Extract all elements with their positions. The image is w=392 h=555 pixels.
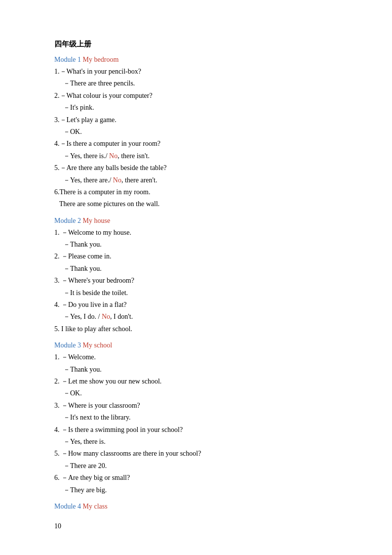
- no-word: No: [109, 152, 118, 160]
- module-1-item-1: 1.－What's in your pencil-box? －There are…: [54, 66, 343, 89]
- m2-item-2-question: 2. －Please come in.: [54, 251, 343, 262]
- module-3-item-6: 6. －Are they big or small? －They are big…: [54, 472, 343, 496]
- module-3-label: Module 3: [54, 342, 81, 349]
- m3-item-1-answer: －Thank you.: [54, 364, 343, 375]
- module-2-topic: My house: [81, 217, 110, 224]
- m3-item-5-question: 5. －How many classrooms are there in you…: [54, 448, 343, 459]
- page-number: 10: [54, 522, 61, 530]
- m2-item-3-question: 3. －Where's your bedroom?: [54, 275, 343, 286]
- m2-item-4-question: 4. －Do you live in a flat?: [54, 299, 343, 310]
- item-5-answer: －Yes, there are./ No, there aren't.: [54, 175, 343, 186]
- module-2-extra: 5. I like to play after school.: [54, 324, 343, 335]
- module-1-item-5: 5.－Are there any balls beside the table?…: [54, 163, 343, 186]
- item-3-answer: －OK.: [54, 127, 343, 137]
- module-3-item-4: 4. －Is there a swimming pool in your sch…: [54, 425, 343, 448]
- module-2: Module 2 My house 1. －Welcome to my hous…: [54, 217, 343, 335]
- module-2-item-4: 4. －Do you live in a flat? －Yes, I do. /…: [54, 299, 343, 323]
- module-3-header: Module 3 My school: [54, 342, 343, 349]
- module-4: Module 4 My class: [54, 503, 343, 511]
- module-1-header: Module 1 My bedroom: [54, 56, 343, 64]
- no-word-2: No: [113, 176, 121, 184]
- item-2-question: 2.－What colour is your computer?: [54, 90, 343, 101]
- module-2-label: Module 2: [54, 217, 81, 224]
- m3-item-3-answer: －It's next to the library.: [54, 412, 343, 423]
- item-1-question: 1.－What's in your pencil-box?: [54, 66, 343, 77]
- page: 四年级上册 Module 1 My bedroom 1.－What's in y…: [0, 0, 392, 555]
- m2-item-1-answer: －Thank you.: [54, 239, 343, 250]
- module-3-item-2: 2. －Let me show you our new school. －OK.: [54, 376, 343, 399]
- m2-item-3-answer: －It is beside the toilet.: [54, 288, 343, 299]
- m3-item-3-question: 3. －Where is your classroom?: [54, 400, 343, 411]
- m3-item-2-question: 2. －Let me show you our new school.: [54, 376, 343, 387]
- extra-2: There are some pictures on the wall.: [54, 199, 343, 210]
- module-1-extra: 6.There is a computer in my room. There …: [54, 187, 343, 210]
- item-4-answer: －Yes, there is./ No, there isn't.: [54, 151, 343, 162]
- module-1-topic: My bedroom: [81, 56, 118, 63]
- item-3-question: 3.－Let's play a game.: [54, 115, 343, 126]
- m3-item-2-answer: －OK.: [54, 388, 343, 399]
- module-1: Module 1 My bedroom 1.－What's in your pe…: [54, 56, 343, 210]
- module-3-topic: My school: [81, 342, 112, 349]
- module-4-label: Module 4: [54, 503, 81, 510]
- m2-extra-1: 5. I like to play after school.: [54, 324, 343, 335]
- m3-item-1-question: 1. －Welcome.: [54, 352, 343, 363]
- m3-item-5-answer: －There are 20.: [54, 461, 343, 471]
- module-2-item-3: 3. －Where's your bedroom? －It is beside …: [54, 275, 343, 299]
- module-1-label: Module 1: [54, 56, 81, 63]
- m3-item-4-answer: －Yes, there is.: [54, 436, 343, 447]
- m3-item-4-question: 4. －Is there a swimming pool in your sch…: [54, 425, 343, 435]
- m3-item-6-question: 6. －Are they big or small?: [54, 472, 343, 483]
- m2-item-4-answer: －Yes, I do. / No, I don't.: [54, 311, 343, 322]
- item-1-answer: －There are three pencils.: [54, 78, 343, 89]
- module-3-item-5: 5. －How many classrooms are there in you…: [54, 448, 343, 471]
- m2-item-2-answer: －Thank you.: [54, 263, 343, 274]
- module-1-item-2: 2.－What colour is your computer? －It's p…: [54, 90, 343, 114]
- module-3-item-3: 3. －Where is your classroom? －It's next …: [54, 400, 343, 424]
- no-word-3: No: [102, 313, 110, 320]
- item-4-question: 4.－Is there a computer in your room?: [54, 138, 343, 149]
- module-1-item-3: 3.－Let's play a game. －OK.: [54, 115, 343, 138]
- extra-1: 6.There is a computer in my room.: [54, 187, 343, 198]
- module-2-item-1: 1. －Welcome to my house. －Thank you.: [54, 227, 343, 251]
- module-4-topic: My class: [81, 503, 108, 510]
- item-5-question: 5.－Are there any balls beside the table?: [54, 163, 343, 173]
- module-3-item-1: 1. －Welcome. －Thank you.: [54, 352, 343, 375]
- module-4-header: Module 4 My class: [54, 503, 343, 511]
- item-2-answer: －It's pink.: [54, 102, 343, 113]
- module-2-header: Module 2 My house: [54, 217, 343, 225]
- m2-item-1-question: 1. －Welcome to my house.: [54, 227, 343, 238]
- module-2-item-2: 2. －Please come in. －Thank you.: [54, 251, 343, 274]
- module-3: Module 3 My school 1. －Welcome. －Thank y…: [54, 342, 343, 496]
- page-title: 四年级上册: [54, 40, 343, 49]
- m3-item-6-answer: －They are big.: [54, 485, 343, 496]
- module-1-item-4: 4.－Is there a computer in your room? －Ye…: [54, 138, 343, 162]
